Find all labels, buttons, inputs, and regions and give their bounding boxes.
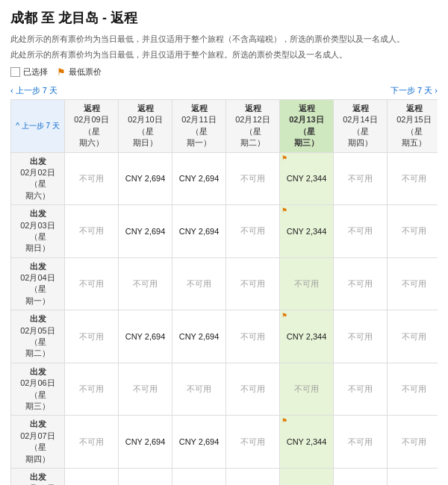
price-cell-r0-c4[interactable]: ⚑CNY 2,344 — [280, 152, 334, 205]
depart-date-header-5: 出发02月07日（星期四） — [11, 416, 65, 469]
price-cell-r5-c6: 不可用 — [388, 416, 438, 469]
price-cell-r5-c0: 不可用 — [65, 416, 119, 469]
price-cell-r6-c2: 不可用 — [172, 468, 226, 485]
return-date-header-3: 返程02月12日（星期二） — [226, 100, 280, 153]
price-cell-r2-c2: 不可用 — [172, 257, 226, 310]
depart-row-6: 出发02月08日（星期五）不可用不可用不可用不可用不可用不可用不可用 — [11, 468, 438, 485]
price-cell-r0-c1[interactable]: CNY 2,694 — [119, 152, 172, 205]
price-cell-r4-c6: 不可用 — [388, 363, 438, 416]
price-cell-r2-c4: 不可用 — [280, 257, 334, 310]
price-cell-r5-c3: 不可用 — [226, 416, 280, 469]
page-title: 成都 至 龙目岛 - 返程 — [10, 9, 438, 27]
price-cell-r1-c4[interactable]: ⚑CNY 2,344 — [280, 205, 334, 258]
depart-row-1: 出发02月03日（星期日）不可用CNY 2,694CNY 2,694不可用⚑CN… — [11, 205, 438, 258]
price-cell-r1-c3: 不可用 — [226, 205, 280, 258]
prev-7-days-link[interactable]: ‹ 上一步 7 天 — [10, 85, 57, 96]
legend-lowest: ⚑ 最低票价 — [57, 66, 102, 78]
price-cell-r4-c1: 不可用 — [119, 363, 172, 416]
price-cell-r1-c0: 不可用 — [65, 205, 119, 258]
desc-text-2: 此处所示的所有票价均为当日最低，并且仅适用于整个旅程。所选的票价类型以及一名成人… — [10, 48, 438, 61]
price-cell-r1-c6: 不可用 — [388, 205, 438, 258]
price-cell-r4-c3: 不可用 — [226, 363, 280, 416]
grid-body: 出发02月02日（星期六）不可用CNY 2,694CNY 2,694不可用⚑CN… — [11, 152, 438, 485]
depart-row-3: 出发02月05日（星期二）不可用CNY 2,694CNY 2,694不可用⚑CN… — [11, 310, 438, 363]
price-cell-r2-c1: 不可用 — [119, 257, 172, 310]
depart-date-header-0: 出发02月02日（星期六） — [11, 152, 65, 205]
price-cell-r4-c0: 不可用 — [65, 363, 119, 416]
depart-row-4: 出发02月06日（星期三）不可用不可用不可用不可用不可用不可用不可用 — [11, 363, 438, 416]
return-date-header-0: 返程02月09日（星期六） — [65, 100, 119, 153]
return-date-header-5: 返程02月14日（星期四） — [334, 100, 388, 153]
depart-date-header-6: 出发02月08日（星期五） — [11, 468, 65, 485]
price-cell-r4-c4: 不可用 — [280, 363, 334, 416]
price-cell-r0-c0: 不可用 — [65, 152, 119, 205]
price-cell-r5-c5: 不可用 — [334, 416, 388, 469]
price-cell-r3-c3: 不可用 — [226, 310, 280, 363]
price-cell-r6-c3: 不可用 — [226, 468, 280, 485]
price-cell-r1-c5: 不可用 — [334, 205, 388, 258]
selected-checkbox — [10, 67, 20, 77]
price-cell-r3-c0: 不可用 — [65, 310, 119, 363]
price-cell-r3-c6: 不可用 — [388, 310, 438, 363]
price-cell-r5-c2[interactable]: CNY 2,694 — [172, 416, 226, 469]
nav-row: ‹ 上一步 7 天 下一步 7 天 › — [10, 85, 438, 96]
desc-text-1: 此处所示的所有票价均为当日最低，并且仅适用于整个旅程（不含高端税），所选的票价类… — [10, 33, 438, 46]
price-cell-r3-c4[interactable]: ⚑CNY 2,344 — [280, 310, 334, 363]
price-grid: ^ 上一步 7 天返程02月09日（星期六）返程02月10日（星期日）返程02月… — [10, 99, 438, 485]
price-cell-r3-c5: 不可用 — [334, 310, 388, 363]
return-date-header-6: 返程02月15日（星期五） — [388, 100, 438, 153]
header-row: ^ 上一步 7 天返程02月09日（星期六）返程02月10日（星期日）返程02月… — [11, 100, 438, 153]
price-cell-r5-c4[interactable]: ⚑CNY 2,344 — [280, 416, 334, 469]
lowest-flag-icon: ⚑ — [57, 66, 66, 78]
price-cell-r0-c2[interactable]: CNY 2,694 — [172, 152, 226, 205]
price-cell-r4-c5: 不可用 — [334, 363, 388, 416]
depart-date-header-2: 出发02月04日（星期一） — [11, 257, 65, 310]
price-cell-r2-c3: 不可用 — [226, 257, 280, 310]
price-cell-r6-c0: 不可用 — [65, 468, 119, 485]
depart-date-header-3: 出发02月05日（星期二） — [11, 310, 65, 363]
legend-selected: 已选择 — [10, 66, 48, 78]
return-date-header-1: 返程02月10日（星期日） — [119, 100, 172, 153]
price-cell-r2-c6: 不可用 — [388, 257, 438, 310]
depart-row-2: 出发02月04日（星期一）不可用不可用不可用不可用不可用不可用不可用 — [11, 257, 438, 310]
page-container: 成都 至 龙目岛 - 返程 此处所示的所有票价均为当日最低，并且仅适用于整个旅程… — [0, 0, 448, 485]
price-cell-r0-c3: 不可用 — [226, 152, 280, 205]
price-cell-r5-c1[interactable]: CNY 2,694 — [119, 416, 172, 469]
price-cell-r3-c1[interactable]: CNY 2,694 — [119, 310, 172, 363]
return-date-header-2: 返程02月11日（星期一） — [172, 100, 226, 153]
grid-wrapper: ^ 上一步 7 天返程02月09日（星期六）返程02月10日（星期日）返程02月… — [10, 99, 438, 485]
depart-row-0: 出发02月02日（星期六）不可用CNY 2,694CNY 2,694不可用⚑CN… — [11, 152, 438, 205]
price-cell-r4-c2: 不可用 — [172, 363, 226, 416]
price-cell-r2-c0: 不可用 — [65, 257, 119, 310]
price-cell-r1-c1[interactable]: CNY 2,694 — [119, 205, 172, 258]
price-cell-r3-c2[interactable]: CNY 2,694 — [172, 310, 226, 363]
lowest-label: 最低票价 — [69, 66, 102, 78]
return-date-header-4: 返程02月13日（星期三） — [280, 100, 334, 153]
price-cell-r6-c5: 不可用 — [334, 468, 388, 485]
depart-row-5: 出发02月07日（星期四）不可用CNY 2,694CNY 2,694不可用⚑CN… — [11, 416, 438, 469]
price-cell-r6-c4: 不可用 — [280, 468, 334, 485]
price-cell-r6-c6: 不可用 — [388, 468, 438, 485]
price-cell-r1-c2[interactable]: CNY 2,694 — [172, 205, 226, 258]
price-cell-r0-c6: 不可用 — [388, 152, 438, 205]
next-7-days-link[interactable]: 下一步 7 天 › — [391, 85, 438, 96]
legend-row: 已选择 ⚑ 最低票价 — [10, 66, 438, 78]
selected-label: 已选择 — [23, 66, 48, 78]
depart-date-header-1: 出发02月03日（星期日） — [11, 205, 65, 258]
price-cell-r0-c5: 不可用 — [334, 152, 388, 205]
depart-date-header-4: 出发02月06日（星期三） — [11, 363, 65, 416]
price-cell-r6-c1: 不可用 — [119, 468, 172, 485]
price-cell-r2-c5: 不可用 — [334, 257, 388, 310]
